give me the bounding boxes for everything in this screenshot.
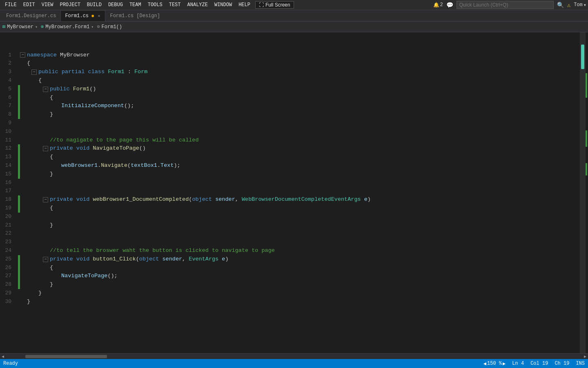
line-number-1: 1 [0,51,18,60]
line-number-26: 26 [0,264,18,272]
change-indicator-17 [18,187,20,195]
zoom-level: 150 % [487,361,502,366]
warning-icon: ⚠ [567,2,570,9]
line-content-18: private void webBrowser1_DocumentComplet… [50,195,371,204]
tab-form1-designer[interactable]: Form1.Designer.cs [2,10,60,21]
scroll-thumb[interactable] [581,45,584,69]
member-label: Form1() [102,24,122,30]
change-indicator-29 [18,289,20,298]
line-number-8: 8 [0,110,18,119]
line-content-9 [27,119,30,128]
collapse-button-1[interactable]: − [20,52,25,58]
class-label: MyBrowser.Form1 [45,24,89,30]
code-line-14: 14webBrowser1.Navigate(textBox1.Text); [0,162,580,170]
zoom-decrease-icon[interactable]: ◀ [483,361,486,367]
location-member[interactable]: ⊙ Form1() [97,24,122,30]
user-profile[interactable]: Tom ▾ [574,2,586,8]
horizontal-scroll-thumb[interactable] [25,355,107,358]
zoom-increase-icon[interactable]: ▶ [503,361,506,367]
line-content-21: } [50,221,53,230]
code-line-4: 4{ [0,76,580,85]
code-line-12: 12−private void NavigateToPage() [0,144,580,153]
change-indicator-26 [18,264,20,272]
line-content-17 [27,187,30,195]
tab-form1-cs[interactable]: Form1.cs ● ✕ [60,10,105,21]
collapse-button-3[interactable]: − [31,70,37,75]
code-line-8: 8} [0,110,580,119]
line-number-3: 3 [0,68,18,76]
feedback-icon[interactable]: 💬 [446,2,453,9]
change-indicator-14 [18,162,20,170]
line-number-12: 12 [0,144,18,153]
class-dropdown-icon[interactable]: ▾ [91,25,94,29]
change-indicator-18 [18,195,20,204]
line-number-24: 24 [0,247,18,255]
menu-tools[interactable]: TOOLS [145,1,166,9]
tab-form1-design-label: Form1.cs [Design] [110,13,160,19]
horizontal-scrollbar[interactable]: ◀ ▶ [0,353,588,359]
menu-help[interactable]: HELP [235,1,254,9]
code-editor[interactable]: 1−namespace MyBrowser2{3−public partial … [0,32,580,353]
change-indicator-12 [18,144,20,153]
tab-form1-design[interactable]: Form1.cs [Design] [105,10,164,21]
line-content-16 [27,179,30,187]
menu-file[interactable]: FILE [2,1,20,9]
line-content-22 [27,229,30,238]
code-line-17: 17 [0,187,580,195]
line-content-14: webBrowser1.Navigate(textBox1.Text); [61,162,180,170]
code-line-27: 27NavigateToPage(); [0,272,580,280]
project-icon: ⊞ [2,24,5,30]
search-icon[interactable]: 🔍 [557,2,564,9]
line-number-10: 10 [0,128,18,136]
collapse-button-5[interactable]: − [43,87,48,92]
line-content-8: } [50,110,53,119]
change-indicator-27 [18,272,20,280]
change-indicator-21 [18,221,20,230]
change-indicator [586,73,587,98]
notification-badge[interactable]: 🔔 2 [433,2,443,8]
menu-window[interactable]: WINDOW [211,1,235,9]
code-line-7: 7InitializeComponent(); [0,102,580,110]
change-indicator-8 [18,110,20,119]
line-number-9: 9 [0,119,18,128]
menu-analyze[interactable]: ANALYZE [184,1,211,9]
quick-launch-input[interactable] [457,1,554,9]
line-number-14: 14 [0,162,18,170]
collapse-button-25[interactable]: − [43,257,48,262]
menu-edit[interactable]: EDIT [20,1,38,9]
menu-team[interactable]: TEAM [126,1,145,9]
location-project[interactable]: ⊞ MyBrowser ▾ [2,24,38,30]
location-class[interactable]: ⊕ MyBrowser.Form1 ▾ [41,24,94,30]
vertical-scrollbar[interactable] [580,32,586,353]
line-number-15: 15 [0,170,18,179]
menu-build[interactable]: BUILD [84,1,105,9]
project-dropdown-icon[interactable]: ▾ [35,25,38,29]
menu-project[interactable]: PROJECT [56,1,83,9]
line-content-20 [27,213,30,221]
user-dropdown-icon: ▾ [584,2,586,8]
scroll-right-button[interactable]: ▶ [582,354,588,359]
change-indicator-13 [18,153,20,162]
status-bar: Ready ◀ 150 % ▶ Ln 4 Col 19 Ch 19 INS [0,359,588,368]
code-line-3: 3−public partial class Form1 : Form [0,68,580,76]
change-indicator-24 [18,247,20,255]
scroll-left-button[interactable]: ◀ [0,354,6,359]
line-content-12: private void NavigateToPage() [50,144,146,153]
collapse-button-12[interactable]: − [43,146,48,151]
code-line-20: 20 [0,213,580,221]
menu-view[interactable]: VIEW [38,1,57,9]
line-number-11: 11 [0,136,18,145]
line-number-4: 4 [0,76,18,85]
tab-form1-designer-label: Form1.Designer.cs [6,13,56,19]
collapse-button-18[interactable]: − [43,197,48,202]
line-number-29: 29 [0,289,18,298]
zoom-control[interactable]: ◀ 150 % ▶ [483,361,506,367]
menu-bar: FILE EDIT VIEW PROJECT BUILD DEBUG TEAM … [0,0,588,10]
menu-test[interactable]: TEST [166,1,184,9]
fullscreen-button[interactable]: ⛶ Full Screen [255,1,294,9]
tab-close-button[interactable]: ✕ [97,13,101,19]
user-name-label: Tom [574,2,583,8]
menu-debug[interactable]: DEBUG [105,1,126,9]
line-content-24: //to tell the broswer waht the button is… [50,247,275,255]
line-number-5: 5 [0,85,18,94]
